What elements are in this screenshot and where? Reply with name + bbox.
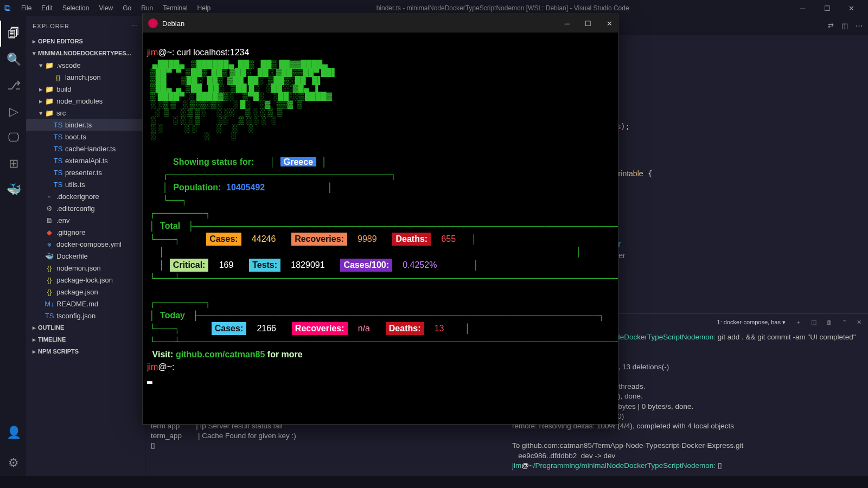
file-tree-item[interactable]: {}nodemon.json <box>26 262 145 274</box>
file-tree-item[interactable]: TSexternalApi.ts <box>26 155 145 166</box>
split-terminal-icon[interactable]: ◫ <box>811 319 816 326</box>
debian-terminal-body[interactable]: jim@~: curl localhost:1234 ▄████▄ ▒█████… <box>143 33 618 424</box>
file-tree-item[interactable]: TSpresenter.ts <box>26 166 145 178</box>
menu-file[interactable]: File <box>17 2 36 14</box>
section-npm-scripts[interactable]: ▸NPM SCRIPTS <box>26 345 145 357</box>
file-tree-item[interactable]: ▾📁.vscode <box>26 59 145 71</box>
menu-selection[interactable]: Selection <box>58 2 93 14</box>
menu-go[interactable]: Go <box>118 2 136 14</box>
file-tree-item[interactable]: ▸📁build <box>26 83 145 95</box>
vscode-logo-icon: ⧉ <box>4 3 10 13</box>
file-tree-item[interactable]: TSutils.ts <box>26 178 145 190</box>
file-tree-item[interactable]: TSboot.ts <box>26 131 145 143</box>
new-terminal-icon[interactable]: ＋ <box>795 318 801 326</box>
editor-more-icon[interactable]: ⋯ <box>856 22 863 30</box>
menu-edit[interactable]: Edit <box>37 2 57 14</box>
window-title: binder.ts - minimalNodeDockerTypeScriptN… <box>215 4 790 12</box>
file-tree-item[interactable]: 🐳Dockerfile <box>26 250 145 262</box>
file-tree-item[interactable]: ▾📁src <box>26 107 145 119</box>
accounts-icon[interactable]: 👤 <box>0 420 26 446</box>
covid-ascii-art: ▄████▄ ▒██████▄ ██▒ ██▒ ██▓▓████▄ ▒██▀ ▀… <box>148 60 614 140</box>
maximize-panel-icon[interactable]: ⌃ <box>842 319 847 326</box>
menu-terminal[interactable]: Terminal <box>158 2 192 14</box>
terminal-selector[interactable]: 1: docker-compose, bas ▾ <box>717 319 786 326</box>
section-open-editors[interactable]: ▸OPEN EDITORS <box>26 35 145 47</box>
file-tree-item[interactable]: M↓README.md <box>26 298 145 310</box>
section-project[interactable]: ▾MINIMALNODEDOCKERTYPES... <box>26 47 145 59</box>
file-tree-item[interactable]: ▸📁node_modules <box>26 95 145 107</box>
section-outline[interactable]: ▸OUTLINE <box>26 322 145 333</box>
section-timeline[interactable]: ▸TIMELINE <box>26 333 145 345</box>
menu-help[interactable]: Help <box>193 2 215 14</box>
extensions-icon[interactable]: ⊞ <box>0 151 26 177</box>
menu-view[interactable]: View <box>94 2 117 14</box>
run-debug-icon[interactable]: ▷ <box>0 99 26 125</box>
overlay-maximize-icon[interactable]: ☐ <box>585 20 591 28</box>
maximize-icon[interactable]: ☐ <box>815 0 839 16</box>
docker-icon[interactable]: 🐳 <box>0 177 26 203</box>
file-tree-item[interactable]: ⚙.editorconfig <box>26 202 145 214</box>
settings-gear-icon[interactable]: ⚙ <box>0 450 26 476</box>
explorer-icon[interactable]: 🗐 <box>0 21 26 47</box>
split-editor-icon[interactable]: ◫ <box>841 22 848 30</box>
explorer-more-icon[interactable]: ⋯ <box>132 22 138 29</box>
close-panel-icon[interactable]: ✕ <box>857 319 861 326</box>
source-control-icon[interactable]: ⎇ <box>0 73 26 99</box>
file-tree-item[interactable]: ⎈docker-compose.yml <box>26 238 145 250</box>
search-icon[interactable]: 🔍 <box>0 47 26 73</box>
file-tree-item[interactable]: ◦.dockerignore <box>26 190 145 202</box>
file-tree-item[interactable]: TScacheHandler.ts <box>26 143 145 155</box>
remote-explorer-icon[interactable]: 🖵 <box>0 125 26 151</box>
file-tree-item[interactable]: {}package-lock.json <box>26 274 145 286</box>
file-tree-item[interactable]: TSbinder.ts <box>26 119 145 131</box>
overlay-minimize-icon[interactable]: ─ <box>565 20 570 28</box>
file-tree-item[interactable]: {}launch.json <box>26 71 145 83</box>
file-tree-item[interactable]: {}package.json <box>26 286 145 298</box>
explorer-title: EXPLORER <box>33 23 69 29</box>
debian-terminal-window: Debian ─ ☐ ✕ jim@~: curl localhost:1234 … <box>142 14 618 425</box>
overlay-close-icon[interactable]: ✕ <box>607 20 612 28</box>
explorer-sidebar: EXPLORER ⋯ ▸OPEN EDITORS ▾MINIMALNODEDOC… <box>26 16 145 476</box>
file-tree-item[interactable]: ◆.gitignore <box>26 226 145 238</box>
debian-title: Debian <box>162 20 184 28</box>
status-bar[interactable] <box>0 476 868 488</box>
file-tree-item[interactable]: 🗎.env <box>26 214 145 226</box>
kill-terminal-icon[interactable]: 🗑 <box>826 319 832 325</box>
debian-titlebar[interactable]: Debian ─ ☐ ✕ <box>143 14 618 33</box>
close-icon[interactable]: ✕ <box>839 0 864 16</box>
compare-icon[interactable]: ⇄ <box>828 22 834 30</box>
menu-run[interactable]: Run <box>137 2 157 14</box>
minimize-icon[interactable]: ─ <box>790 0 815 16</box>
debian-logo-icon <box>148 18 158 28</box>
file-tree-item[interactable]: TStsconfig.json <box>26 310 145 322</box>
activity-bar: 🗐 🔍 ⎇ ▷ 🖵 ⊞ 🐳 👤 ⚙ <box>0 16 26 476</box>
main-menu: File Edit Selection View Go Run Terminal… <box>17 2 215 14</box>
